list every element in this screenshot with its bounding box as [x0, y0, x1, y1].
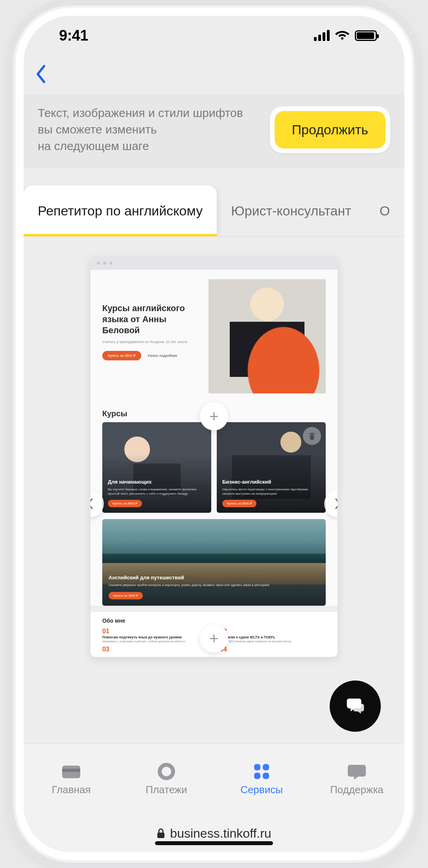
banner-line: вы сможете изменить — [38, 121, 262, 138]
hero-title: Курсы английского языка от Анны Беловой — [102, 303, 201, 336]
about-number: 04 — [220, 646, 326, 653]
banner-line: на следующем шаге — [38, 138, 262, 154]
banner-text: Текст, изображения и стили шрифтов вы см… — [38, 105, 270, 154]
about-number: 02 — [220, 628, 326, 635]
about-number: 03 — [102, 646, 208, 653]
info-banner: Текст, изображения и стили шрифтов вы см… — [24, 95, 404, 168]
course-card-business[interactable]: Бизнес-английский Научитесь вести перего… — [217, 422, 326, 513]
course-card-beginner[interactable]: Для начинающих Вы изучите базовые слова … — [102, 422, 211, 513]
tab-label: Юрист-консультант — [231, 203, 351, 219]
delete-card-button[interactable] — [303, 427, 321, 445]
cellular-icon — [314, 30, 330, 41]
tab-label: Поддержка — [330, 784, 384, 796]
url-host: business.tinkoff.ru — [170, 826, 271, 841]
about-item: 03 — [102, 646, 208, 653]
browser-chrome-dots — [90, 256, 338, 270]
svg-point-2 — [160, 765, 173, 778]
preview-canvas[interactable]: Курсы английского языка от Анны Беловой … — [24, 237, 404, 744]
screen: 9:41 Текст, изображения и стили шрифтов … — [24, 16, 404, 852]
about-title: Готовлю к сдаче IELTS и TOEFL — [220, 635, 326, 640]
course-desc: Вы изучите базовые слова и выражения, см… — [108, 487, 206, 496]
hero-image — [208, 279, 326, 393]
add-section-button[interactable]: + — [200, 402, 228, 430]
hero-learnmore-button[interactable]: Узнать подробнее — [145, 351, 180, 360]
about-item: 04 — [220, 646, 326, 653]
phone-frame: 9:41 Текст, изображения и стили шрифтов … — [16, 8, 412, 860]
tab-label: Платежи — [146, 784, 187, 796]
battery-icon — [355, 30, 377, 41]
course-title: Английский для путешествий — [109, 575, 319, 581]
tab-services[interactable]: Сервисы — [214, 744, 309, 814]
hero-cta-button[interactable]: Купить за 3500 ₽ — [102, 351, 141, 360]
tab-label: О — [380, 203, 390, 219]
tab-lawyer[interactable]: Юрист-консультант — [217, 185, 365, 236]
svg-rect-7 — [157, 833, 164, 838]
tab-label: Репетитор по английскому — [38, 203, 203, 219]
tab-support[interactable]: Поддержка — [309, 744, 404, 814]
bottom-tab-bar: Главная Платежи Сервисы — [24, 744, 404, 814]
chat-fab-button[interactable] — [330, 681, 381, 732]
tab-home[interactable]: Главная — [24, 744, 119, 814]
svg-rect-1 — [62, 769, 80, 772]
course-buy-button[interactable]: Купить за 3500 ₽ — [109, 592, 143, 599]
tab-more[interactable]: О — [365, 185, 404, 236]
hero-subtitle: Учитесь у преподавателя из Лондона. 10 л… — [102, 340, 201, 344]
svg-rect-4 — [263, 764, 269, 770]
about-title: Помогаю подтянуть язык до нужного уровня — [102, 635, 208, 640]
course-title: Для начинающих — [108, 479, 206, 485]
lock-icon — [157, 828, 165, 839]
svg-rect-6 — [263, 773, 269, 779]
tab-tutor-english[interactable]: Репетитор по английскому — [24, 185, 217, 236]
browser-url-bar[interactable]: business.tinkoff.ru — [24, 814, 404, 852]
about-item: 02 Готовлю к сдаче IELTS и TOEFL Более 3… — [220, 628, 326, 644]
about-sub: Более 300 учеников сдали экзамены на выс… — [220, 640, 326, 644]
about-number: 01 — [102, 628, 208, 635]
about-sub: Занимаюсь с новичками и детьми с любым у… — [102, 640, 208, 644]
tab-payments[interactable]: Платежи — [119, 744, 214, 814]
back-button[interactable] — [35, 65, 47, 85]
banner-line: Текст, изображения и стили шрифтов — [38, 105, 262, 121]
tab-label: Главная — [52, 784, 91, 796]
preview-hero-section: Курсы английского языка от Анны Беловой … — [90, 270, 338, 409]
course-desc: Сможете уверенно пройти контроль в аэроп… — [109, 583, 319, 587]
add-section-button[interactable]: + — [200, 624, 228, 653]
status-bar: 9:41 — [24, 16, 404, 55]
svg-rect-3 — [254, 764, 260, 770]
course-card-travel[interactable]: Английский для путешествий Сможете увере… — [102, 519, 326, 606]
home-indicator[interactable] — [155, 841, 273, 845]
status-indicators — [314, 30, 377, 41]
continue-wrap: Продолжить — [270, 106, 390, 153]
grid-icon — [251, 762, 272, 781]
support-icon — [346, 762, 367, 781]
wifi-icon — [335, 30, 349, 41]
course-title: Бизнес-английский — [222, 479, 320, 485]
course-buy-button[interactable]: Купить за 3500 ₽ — [222, 500, 256, 507]
about-heading: Обо мне — [102, 618, 326, 624]
website-template-preview[interactable]: Курсы английского языка от Анны Беловой … — [90, 256, 338, 657]
course-desc: Научитесь вести переговоры с иностранным… — [222, 487, 320, 496]
tab-label: Сервисы — [240, 784, 283, 796]
courses-grid: Для начинающих Вы изучите базовые слова … — [90, 422, 338, 519]
course-buy-button[interactable]: Купить за 3500 ₽ — [108, 500, 142, 507]
about-item: 01 Помогаю подтянуть язык до нужного уро… — [102, 628, 208, 644]
card-icon — [61, 762, 82, 781]
nav-bar — [24, 55, 404, 95]
status-time: 9:41 — [59, 27, 88, 44]
template-tabs: Репетитор по английскому Юрист-консульта… — [24, 185, 404, 237]
svg-rect-5 — [254, 773, 260, 779]
circle-icon — [156, 762, 177, 781]
continue-button[interactable]: Продолжить — [275, 111, 386, 148]
